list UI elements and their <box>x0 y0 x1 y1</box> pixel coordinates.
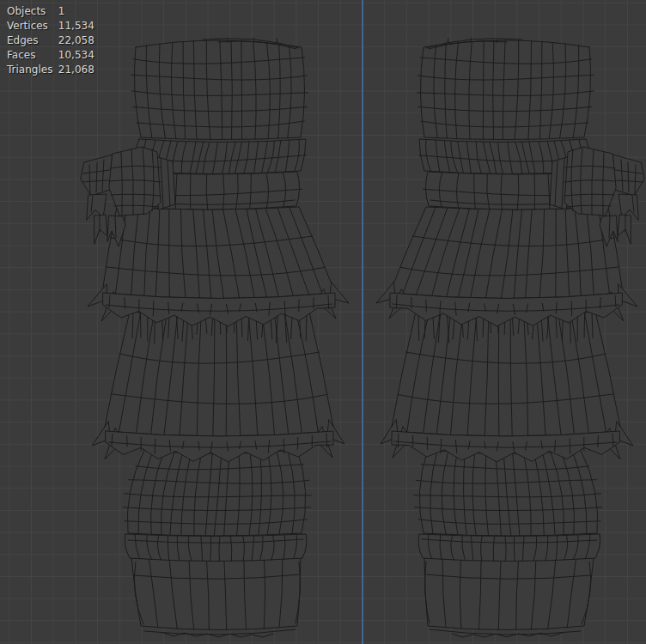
viewport-canvas[interactable] <box>0 0 646 644</box>
3d-viewport[interactable]: Objects 1 Vertices 11,534 Edges 22,058 F… <box>0 0 646 644</box>
